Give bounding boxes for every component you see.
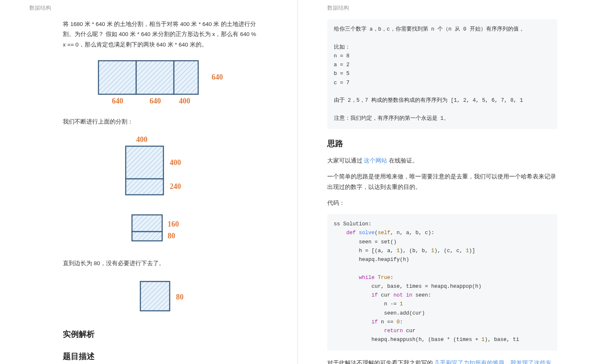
label-240: 240	[170, 182, 181, 191]
breadcrumb-right: 数据结构	[298, 0, 595, 15]
code-solution: ss Solution: def solve(self, n, a, b, c)…	[327, 214, 558, 351]
right-content: 给你三个数字 a，b，c，你需要找到第 n 个（n 从 0 开始）有序序列的值，…	[298, 15, 595, 364]
label-80-single: 80	[176, 293, 184, 301]
label-640-side: 640	[212, 73, 223, 81]
heading-example: 实例解析	[63, 327, 260, 341]
diagram-4: 80	[63, 275, 260, 317]
heading-problem: 题目描述	[63, 349, 260, 364]
diagram-3: 160 80	[63, 211, 260, 248]
heading-idea: 思路	[327, 137, 558, 151]
right-pane: 数据结构 给你三个数字 a，b，c，你需要找到第 n 个（n 从 0 开始）有序…	[298, 0, 595, 364]
svg-rect-9	[140, 281, 170, 311]
diagram-1: 640 640 400 640	[63, 57, 260, 107]
label-640-b: 640	[150, 97, 161, 105]
para-repeat: 我们不断进行上面的分割：	[63, 117, 260, 127]
para-until: 直到边长为 80，没有必要进行下去了。	[63, 258, 260, 268]
para-verify: 大家可以通过 这个网站 在线验证。	[327, 156, 558, 166]
para-heap: 一个简单的思路是使用堆来做，唯一需要注意的是去重，我们可以使用一个哈希表来记录出…	[327, 172, 558, 192]
problem-box: 给你三个数字 a，b，c，你需要找到第 n 个（n 从 0 开始）有序序列的值，…	[327, 19, 558, 129]
label-400-top: 400	[136, 135, 147, 144]
label-400-r: 400	[170, 158, 181, 167]
label-80: 80	[168, 232, 175, 240]
link-website[interactable]: 这个网站	[364, 157, 387, 164]
para-code-label: 代码：	[327, 198, 558, 208]
para-ref: 对于此解法不理解的可先看下我之前写的 几乎刷完了力扣所有的堆题，我发现了这些东西…	[327, 358, 558, 364]
label-400: 400	[179, 97, 190, 105]
left-pane: 数据结构 将 1680 米 * 640 米 的土地分割，相当于对将 400 米 …	[0, 0, 298, 364]
svg-rect-2	[98, 61, 136, 94]
svg-rect-6	[126, 179, 163, 195]
svg-rect-4	[174, 61, 198, 94]
svg-rect-8	[132, 232, 162, 241]
label-160: 160	[168, 220, 179, 228]
svg-rect-5	[126, 146, 163, 179]
left-content: 将 1680 米 * 640 米 的土地分割，相当于对将 400 米 * 640…	[0, 15, 298, 364]
diagram-2: 400 400 240	[63, 134, 260, 201]
svg-rect-7	[132, 215, 162, 232]
label-640-a: 640	[112, 97, 123, 105]
svg-rect-3	[136, 61, 174, 94]
para-intro: 将 1680 米 * 640 米 的土地分割，相当于对将 400 米 * 640…	[63, 19, 260, 50]
breadcrumb-left: 数据结构	[0, 0, 298, 15]
